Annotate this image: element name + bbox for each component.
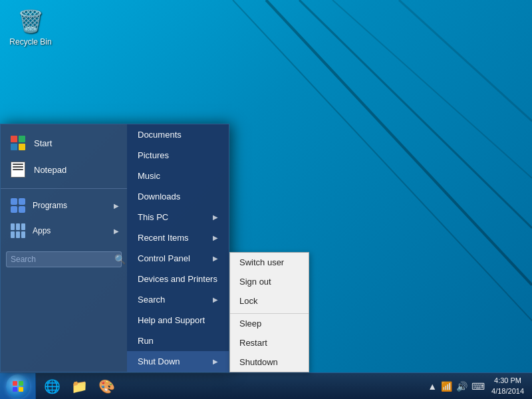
menu-help-support[interactable]: Help and Support xyxy=(127,310,229,331)
submenu-switch-user[interactable]: Switch user xyxy=(230,253,309,272)
folder-icon: 📁 xyxy=(71,378,88,394)
taskbar-paint-button[interactable]: 🎨 xyxy=(93,374,120,398)
this-pc-arrow-icon: ▶ xyxy=(213,213,218,221)
paint-icon: 🎨 xyxy=(98,378,115,394)
apps-arrow-icon: ▶ xyxy=(114,227,119,235)
taskbar-items: 🌐 📁 🎨 xyxy=(36,373,422,399)
notepad-icon xyxy=(9,160,27,179)
start-search-bar: 🔍 xyxy=(6,251,122,267)
ie-icon: 🌐 xyxy=(44,378,61,394)
programs-icon xyxy=(9,196,27,215)
apps-icon xyxy=(9,221,27,240)
start-menu-bottom-items: Programs ▶ Apps ▶ xyxy=(1,189,127,247)
apps-item[interactable]: Apps ▶ xyxy=(1,218,127,243)
system-clock[interactable]: 4:30 PM 4/18/2014 xyxy=(489,376,527,396)
recycle-bin-image: 🗑️ xyxy=(17,8,44,35)
pinned-items: Start Notepad xyxy=(1,124,127,189)
recycle-bin-label: Recycle Bin xyxy=(9,37,51,47)
submenu-sign-out[interactable]: Sign out xyxy=(230,272,309,291)
start-orb xyxy=(6,374,30,398)
windows-logo-icon xyxy=(13,381,23,392)
shut-down-arrow-icon: ▶ xyxy=(213,358,218,365)
menu-downloads[interactable]: Downloads xyxy=(127,186,229,207)
clock-date: 4/18/2014 xyxy=(491,386,524,396)
svg-line-3 xyxy=(332,0,532,178)
pinned-start-label: Start xyxy=(34,138,52,148)
taskbar-explorer-button[interactable]: 📁 xyxy=(66,374,93,398)
network-icon[interactable]: 📶 xyxy=(441,381,452,392)
system-tray: ▲ 📶 🔊 ⌨ 4:30 PM 4/18/2014 xyxy=(422,373,532,399)
menu-documents[interactable]: Documents xyxy=(127,124,229,145)
start-menu: Start Notepad xyxy=(0,124,229,372)
menu-this-pc[interactable]: This PC ▶ xyxy=(127,207,229,227)
shutdown-submenu: Switch user Sign out Lock Sleep Restart … xyxy=(229,252,309,372)
submenu-shutdown[interactable]: Shutdown xyxy=(230,352,309,372)
control-panel-arrow-icon: ▶ xyxy=(213,255,218,262)
menu-pictures[interactable]: Pictures xyxy=(127,145,229,166)
start-menu-left: Start Notepad xyxy=(1,124,127,372)
start-menu-inner: Start Notepad xyxy=(1,124,229,372)
speaker-icon[interactable]: 🔊 xyxy=(456,381,467,392)
programs-arrow-icon: ▶ xyxy=(114,202,119,209)
pinned-notepad-label: Notepad xyxy=(34,165,66,175)
menu-run[interactable]: Run xyxy=(127,331,229,351)
search-arrow-icon: ▶ xyxy=(213,296,218,303)
programs-label: Programs xyxy=(33,201,67,210)
start-menu-right: Documents Pictures Music Downloads This … xyxy=(127,124,229,372)
search-icon: 🔍 xyxy=(114,254,126,265)
pinned-start[interactable]: Start xyxy=(1,130,127,156)
taskbar-ie-button[interactable]: 🌐 xyxy=(39,374,66,398)
submenu-restart[interactable]: Restart xyxy=(230,333,309,352)
pinned-notepad[interactable]: Notepad xyxy=(1,156,127,183)
recycle-bin-icon[interactable]: 🗑️ Recycle Bin xyxy=(5,5,56,49)
recent-items-arrow-icon: ▶ xyxy=(213,234,218,241)
menu-shut-down[interactable]: Shut Down ▶ xyxy=(127,351,229,372)
menu-devices-printers[interactable]: Devices and Printers xyxy=(127,269,229,289)
menu-music[interactable]: Music xyxy=(127,166,229,186)
menu-control-panel[interactable]: Control Panel ▶ xyxy=(127,248,229,269)
programs-item[interactable]: Programs ▶ xyxy=(1,193,127,218)
start-squares-icon xyxy=(9,134,27,152)
taskbar: 🌐 📁 🎨 ▲ 📶 🔊 ⌨ 4:30 PM 4/18/2014 xyxy=(0,372,532,399)
start-button[interactable] xyxy=(0,373,36,400)
desktop: 🗑️ Recycle Bin xyxy=(0,0,532,399)
menu-recent-items[interactable]: Recent Items ▶ xyxy=(127,227,229,248)
svg-line-1 xyxy=(299,0,532,228)
submenu-lock[interactable]: Lock xyxy=(230,291,309,311)
apps-label: Apps xyxy=(33,226,51,235)
start-search-input[interactable] xyxy=(11,255,110,264)
keyboard-icon[interactable]: ⌨ xyxy=(471,381,485,392)
submenu-sleep[interactable]: Sleep xyxy=(230,313,309,333)
up-arrow-icon[interactable]: ▲ xyxy=(428,381,437,392)
clock-time: 4:30 PM xyxy=(491,376,524,386)
svg-line-4 xyxy=(399,0,532,121)
menu-search[interactable]: Search ▶ xyxy=(127,289,229,310)
